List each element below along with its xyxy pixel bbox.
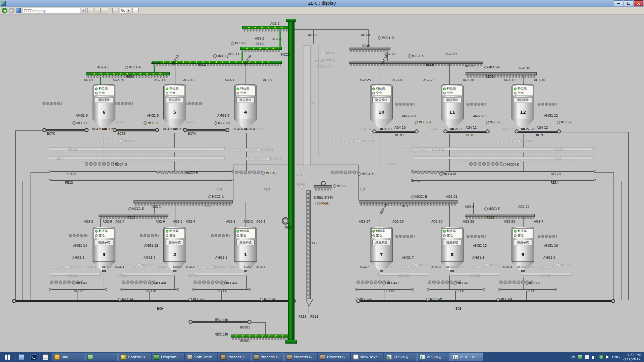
- taskbar-button-softcontr[interactable]: SoftContr...: [185, 353, 217, 361]
- equipment-label-MCC1-D[interactable]: MCC1-D: [378, 36, 394, 40]
- equipment-label-MCC4-A[interactable]: MCC4-A: [221, 282, 237, 285]
- conveyor-RE14[interactable]: [412, 180, 595, 181]
- conveyor-MCC6-H[interactable]: [231, 148, 260, 152]
- temp-system-button[interactable]: 测温系统: [514, 97, 532, 103]
- conveyor-BC9[interactable]: [14, 300, 294, 302]
- conveyor-RE3[interactable]: [359, 200, 458, 203]
- equipment-label-MCC3-K[interactable]: MCC3-K: [496, 298, 512, 301]
- conveyor-RE15B[interactable]: [121, 273, 172, 276]
- tray-expand-icon[interactable]: [572, 356, 575, 359]
- equipment-label-MCC6-N[interactable]: MCC6-N: [428, 148, 444, 152]
- close-button[interactable]: [634, 0, 643, 6]
- conveyor-MCC6-M[interactable]: [332, 139, 361, 143]
- equipment-label-MCC3-M[interactable]: MCC3-M: [426, 298, 442, 301]
- tray-shield-icon[interactable]: [599, 355, 603, 359]
- equipment-label-MCC6-G[interactable]: MCC6-G: [119, 139, 136, 143]
- tray-volume-icon[interactable]: [606, 355, 609, 359]
- tray-hmi-icon[interactable]: [578, 355, 582, 359]
- equipment-label-MCC1-A[interactable]: MCC1-A: [208, 195, 224, 198]
- zoom-selector[interactable]: 0g: [120, 8, 131, 13]
- tray-flag-icon[interactable]: [585, 355, 589, 359]
- print-button[interactable]: [102, 8, 108, 13]
- conveyor-RE5B[interactable]: [465, 214, 535, 217]
- conveyor-BC7B[interactable]: [114, 129, 157, 131]
- conveyor-RE5D[interactable]: [466, 72, 537, 75]
- taskbar-button-process-g[interactable]: Process G...: [318, 353, 350, 361]
- conveyor-RE001[interactable]: ▶ ▶ ▶ ▶ ▶ ▶ ▶ ▶: [231, 335, 290, 338]
- equipment-label-MCC4-K[interactable]: MCC4-K: [503, 163, 519, 166]
- taskbar-button-process-g[interactable]: Process G...: [218, 353, 251, 361]
- quick-launch-explorer-icon[interactable]: [15, 352, 28, 362]
- conveyor-AG1-top[interactable]: ◀ ◀ ◀ ◀ ◀ ◀: [242, 26, 290, 29]
- conveyor-RE6A[interactable]: ◀ ◀ ◀ ◀ ◀ ◀ ◀ ◀ ◀ ◀ ◀ ◀ ◀ ◀ ◀ ◀ ◀: [152, 61, 282, 64]
- temp-system-button[interactable]: 测温系统: [166, 97, 184, 103]
- equipment-label-MCC3-F[interactable]: MCC3-F: [557, 121, 572, 124]
- equipment-label-MCC6-F[interactable]: MCC6-F: [557, 263, 572, 267]
- temp-system-button[interactable]: 测温系统: [236, 240, 255, 245]
- equipment-label-MCC6-A[interactable]: MCC6-A: [209, 265, 225, 269]
- select-tool-button[interactable]: [112, 8, 118, 13]
- find-button[interactable]: [95, 8, 101, 13]
- conveyor-MCC4-N[interactable]: [330, 170, 359, 174]
- conveyor-MCC4-B[interactable]: [121, 280, 155, 284]
- equipment-label-MCC4-B[interactable]: MCC4-B: [150, 282, 166, 285]
- fan-icon-MCC8[interactable]: [321, 181, 326, 186]
- equipment-label-MCC3-A[interactable]: MCC3-A: [214, 121, 230, 125]
- equipment-label-MCC9[interactable]: MCC9: [321, 52, 334, 55]
- conveyor-RE13[interactable]: [50, 180, 232, 181]
- equipment-label-MCC4-J[interactable]: MCC4-J: [262, 172, 276, 175]
- equipment-label-MCC3-J[interactable]: MCC3-J: [260, 298, 275, 301]
- equipment-label-MCC6-M[interactable]: MCC6-M: [358, 139, 374, 143]
- conveyor-RE4A[interactable]: ◀ ◀ ◀ ◀ ◀: [240, 47, 282, 50]
- equipment-label-MCC3-E[interactable]: MCC3-E: [486, 121, 501, 124]
- conveyor-RE6B[interactable]: [349, 61, 483, 64]
- equipment-label-MCC4-D[interactable]: MCC4-D: [382, 282, 398, 285]
- temp-system-button[interactable]: 测温系统: [95, 240, 113, 245]
- equipment-label-MCC1-B[interactable]: MCC1-B: [411, 195, 427, 198]
- taskbar-button-app[interactable]: [85, 353, 118, 361]
- conveyor-RE2[interactable]: [133, 200, 233, 203]
- tray-language-indicator[interactable]: ENG: [612, 355, 620, 359]
- equipment-label-MCC3-N[interactable]: MCC3-N: [356, 298, 372, 301]
- quick-launch-calculator-icon[interactable]: [40, 352, 52, 362]
- conveyor-MCC8[interactable]: [314, 185, 332, 188]
- conveyor-RE12A[interactable]: [50, 171, 232, 172]
- conveyor-MCC6-J[interactable]: [241, 157, 269, 161]
- equipment-label-MCC6-C[interactable]: MCC6-C: [66, 265, 82, 269]
- temp-system-button[interactable]: 测温系统: [236, 97, 255, 103]
- temp-system-button[interactable]: 测温系统: [166, 240, 184, 245]
- equipment-label-MCC6-K[interactable]: MCC6-K: [517, 139, 533, 143]
- equipment-label-MCC1-H[interactable]: MCC1-H: [484, 66, 500, 69]
- conveyor-BC7F[interactable]: [516, 131, 559, 133]
- tray-network-icon[interactable]: [592, 355, 596, 359]
- temp-system-button[interactable]: 测温系统: [372, 97, 390, 103]
- equipment-label-MCC4-N[interactable]: MCC4-N: [358, 172, 374, 176]
- equipment-label-MCC6-J[interactable]: MCC6-J: [266, 157, 281, 161]
- temp-system-button[interactable]: 测温系统: [443, 240, 461, 245]
- silo-11[interactable]: 料位高空仓测温系统11: [441, 84, 464, 130]
- equipment-label-MCC4-H[interactable]: MCC4-H: [182, 171, 198, 174]
- conveyor-RE18[interactable]: [413, 157, 594, 159]
- equipment-label-MCC1-G[interactable]: MCC1-G: [125, 66, 141, 69]
- taskbar-button-bak[interactable]: Bak: [52, 353, 85, 361]
- conveyor-BC7D[interactable]: [374, 131, 417, 133]
- display-selector[interactable]: ZLTC:display: [22, 8, 86, 13]
- nav-back-button[interactable]: [2, 8, 7, 13]
- silo-6[interactable]: 料位高空仓测温系统6: [93, 84, 115, 130]
- taskbar-button-new-text[interactable]: New Text...: [351, 353, 383, 361]
- silo-10[interactable]: 料位高空仓测温系统10: [370, 84, 393, 130]
- taskbar-button-zlsilo[interactable]: ZLSilo // ...: [384, 353, 417, 361]
- equipment-label-MCC3-B[interactable]: MCC3-B: [144, 121, 159, 125]
- display-cube-icon[interactable]: [16, 8, 21, 13]
- equipment-label-MCC3-G[interactable]: MCC3-G: [118, 298, 135, 301]
- equipment-label-MCC1-J[interactable]: MCC1-J: [213, 54, 228, 58]
- equipment-label-MCC4-G[interactable]: MCC4-G: [111, 163, 127, 166]
- temp-system-button[interactable]: 测温系统: [372, 240, 390, 245]
- equipment-label-MCC4-M[interactable]: MCC4-M: [439, 172, 456, 176]
- goto-display-button[interactable]: [87, 8, 93, 13]
- equipment-label-MCC6-H[interactable]: MCC6-H: [257, 148, 273, 152]
- equipment-label-MCC1-F[interactable]: MCC1-F: [484, 207, 500, 210]
- taskbar-button-process-g[interactable]: Process G...: [251, 353, 284, 361]
- elevator-EL1[interactable]: [288, 21, 294, 340]
- taskbar-button-process-g[interactable]: Process G...: [284, 353, 317, 361]
